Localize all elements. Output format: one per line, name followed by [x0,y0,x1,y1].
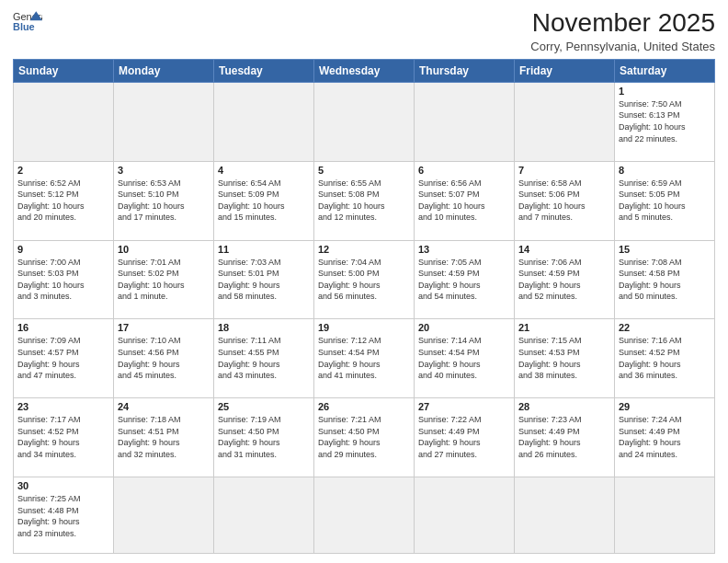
calendar-cell: 27Sunrise: 7:22 AM Sunset: 4:49 PM Dayli… [415,398,515,477]
svg-text:Blue: Blue [13,21,35,32]
day-number: 17 [118,322,210,333]
day-number: 5 [318,165,410,176]
calendar-cell: 15Sunrise: 7:08 AM Sunset: 4:58 PM Dayli… [615,240,715,319]
day-info: Sunrise: 7:05 AM Sunset: 4:59 PM Dayligh… [418,257,510,303]
header: General Blue November 2025 Corry, Pennsy… [13,9,715,53]
day-info: Sunrise: 7:21 AM Sunset: 4:50 PM Dayligh… [318,414,410,460]
day-number: 22 [619,322,711,333]
calendar-week-row: 9Sunrise: 7:00 AM Sunset: 5:03 PM Daylig… [14,240,715,319]
calendar-cell [415,82,515,161]
month-title: November 2025 [530,9,715,38]
calendar-cell: 1Sunrise: 7:50 AM Sunset: 6:13 PM Daylig… [615,82,715,161]
calendar-header-friday: Friday [515,59,615,82]
day-info: Sunrise: 7:11 AM Sunset: 4:55 PM Dayligh… [218,335,310,381]
day-number: 2 [17,165,109,176]
subtitle: Corry, Pennsylvania, United States [530,40,715,53]
day-info: Sunrise: 7:00 AM Sunset: 5:03 PM Dayligh… [17,257,109,303]
day-info: Sunrise: 6:53 AM Sunset: 5:10 PM Dayligh… [118,178,210,224]
calendar-cell: 25Sunrise: 7:19 AM Sunset: 4:50 PM Dayli… [214,398,314,477]
calendar-cell [114,82,214,161]
calendar-cell: 7Sunrise: 6:58 AM Sunset: 5:06 PM Daylig… [515,161,615,240]
day-number: 29 [619,401,711,412]
calendar-cell: 22Sunrise: 7:16 AM Sunset: 4:52 PM Dayli… [615,319,715,398]
calendar-cell [214,82,314,161]
day-number: 7 [518,165,610,176]
day-number: 14 [518,244,610,255]
day-number: 16 [17,322,109,333]
day-info: Sunrise: 7:18 AM Sunset: 4:51 PM Dayligh… [118,414,210,460]
calendar-cell: 29Sunrise: 7:24 AM Sunset: 4:49 PM Dayli… [615,398,715,477]
calendar-cell: 8Sunrise: 6:59 AM Sunset: 5:05 PM Daylig… [615,161,715,240]
day-info: Sunrise: 7:10 AM Sunset: 4:56 PM Dayligh… [118,335,210,381]
day-info: Sunrise: 7:16 AM Sunset: 4:52 PM Dayligh… [619,335,711,381]
calendar-cell: 13Sunrise: 7:05 AM Sunset: 4:59 PM Dayli… [415,240,515,319]
day-number: 26 [318,401,410,412]
day-info: Sunrise: 7:23 AM Sunset: 4:49 PM Dayligh… [518,414,610,460]
day-number: 3 [118,165,210,176]
day-number: 10 [118,244,210,255]
calendar-header-tuesday: Tuesday [214,59,314,82]
day-info: Sunrise: 7:12 AM Sunset: 4:54 PM Dayligh… [318,335,410,381]
day-info: Sunrise: 7:01 AM Sunset: 5:02 PM Dayligh… [118,257,210,303]
calendar-cell: 30Sunrise: 7:25 AM Sunset: 4:48 PM Dayli… [14,477,114,554]
day-number: 28 [518,401,610,412]
day-number: 8 [619,165,711,176]
day-info: Sunrise: 7:03 AM Sunset: 5:01 PM Dayligh… [218,257,310,303]
calendar-cell: 26Sunrise: 7:21 AM Sunset: 4:50 PM Dayli… [314,398,415,477]
calendar-cell: 19Sunrise: 7:12 AM Sunset: 4:54 PM Dayli… [314,319,415,398]
day-info: Sunrise: 7:17 AM Sunset: 4:52 PM Dayligh… [17,414,109,460]
calendar-cell: 21Sunrise: 7:15 AM Sunset: 4:53 PM Dayli… [515,319,615,398]
day-info: Sunrise: 6:59 AM Sunset: 5:05 PM Dayligh… [619,178,711,224]
calendar-header-sunday: Sunday [14,59,114,82]
calendar-header-wednesday: Wednesday [314,59,415,82]
day-number: 24 [118,401,210,412]
calendar-cell: 9Sunrise: 7:00 AM Sunset: 5:03 PM Daylig… [14,240,114,319]
calendar-week-row: 1Sunrise: 7:50 AM Sunset: 6:13 PM Daylig… [14,82,715,161]
calendar-cell [615,477,715,554]
calendar-cell: 14Sunrise: 7:06 AM Sunset: 4:59 PM Dayli… [515,240,615,319]
calendar-table: SundayMondayTuesdayWednesdayThursdayFrid… [13,59,715,554]
day-number: 20 [418,322,510,333]
day-info: Sunrise: 6:56 AM Sunset: 5:07 PM Dayligh… [418,178,510,224]
day-number: 27 [418,401,510,412]
day-info: Sunrise: 6:52 AM Sunset: 5:12 PM Dayligh… [17,178,109,224]
calendar-cell: 5Sunrise: 6:55 AM Sunset: 5:08 PM Daylig… [314,161,415,240]
day-number: 1 [619,86,711,97]
day-number: 9 [17,244,109,255]
day-number: 30 [17,480,109,491]
day-info: Sunrise: 6:55 AM Sunset: 5:08 PM Dayligh… [318,178,410,224]
day-info: Sunrise: 7:15 AM Sunset: 4:53 PM Dayligh… [518,335,610,381]
day-number: 23 [17,401,109,412]
calendar-header-saturday: Saturday [615,59,715,82]
day-number: 19 [318,322,410,333]
calendar-cell: 2Sunrise: 6:52 AM Sunset: 5:12 PM Daylig… [14,161,114,240]
calendar-cell: 11Sunrise: 7:03 AM Sunset: 5:01 PM Dayli… [214,240,314,319]
calendar-cell: 17Sunrise: 7:10 AM Sunset: 4:56 PM Dayli… [114,319,214,398]
day-number: 25 [218,401,310,412]
day-info: Sunrise: 7:24 AM Sunset: 4:49 PM Dayligh… [619,414,711,460]
page: General Blue November 2025 Corry, Pennsy… [0,0,728,563]
calendar-cell: 20Sunrise: 7:14 AM Sunset: 4:54 PM Dayli… [415,319,515,398]
day-number: 4 [218,165,310,176]
day-info: Sunrise: 7:22 AM Sunset: 4:49 PM Dayligh… [418,414,510,460]
calendar-cell: 23Sunrise: 7:17 AM Sunset: 4:52 PM Dayli… [14,398,114,477]
day-info: Sunrise: 7:50 AM Sunset: 6:13 PM Dayligh… [619,98,711,144]
calendar-cell [114,477,214,554]
calendar-cell: 16Sunrise: 7:09 AM Sunset: 4:57 PM Dayli… [14,319,114,398]
logo: General Blue [13,9,42,35]
day-info: Sunrise: 7:06 AM Sunset: 4:59 PM Dayligh… [518,257,610,303]
generalblue-logo-icon: General Blue [13,9,42,35]
calendar-cell: 18Sunrise: 7:11 AM Sunset: 4:55 PM Dayli… [214,319,314,398]
day-info: Sunrise: 7:25 AM Sunset: 4:48 PM Dayligh… [17,493,109,539]
calendar-cell [515,82,615,161]
calendar-week-row: 2Sunrise: 6:52 AM Sunset: 5:12 PM Daylig… [14,161,715,240]
calendar-week-row: 16Sunrise: 7:09 AM Sunset: 4:57 PM Dayli… [14,319,715,398]
day-number: 15 [619,244,711,255]
calendar-cell [214,477,314,554]
day-number: 6 [418,165,510,176]
calendar-cell [314,477,415,554]
calendar-week-row: 23Sunrise: 7:17 AM Sunset: 4:52 PM Dayli… [14,398,715,477]
day-info: Sunrise: 6:58 AM Sunset: 5:06 PM Dayligh… [518,178,610,224]
calendar-cell: 4Sunrise: 6:54 AM Sunset: 5:09 PM Daylig… [214,161,314,240]
calendar-header-monday: Monday [114,59,214,82]
